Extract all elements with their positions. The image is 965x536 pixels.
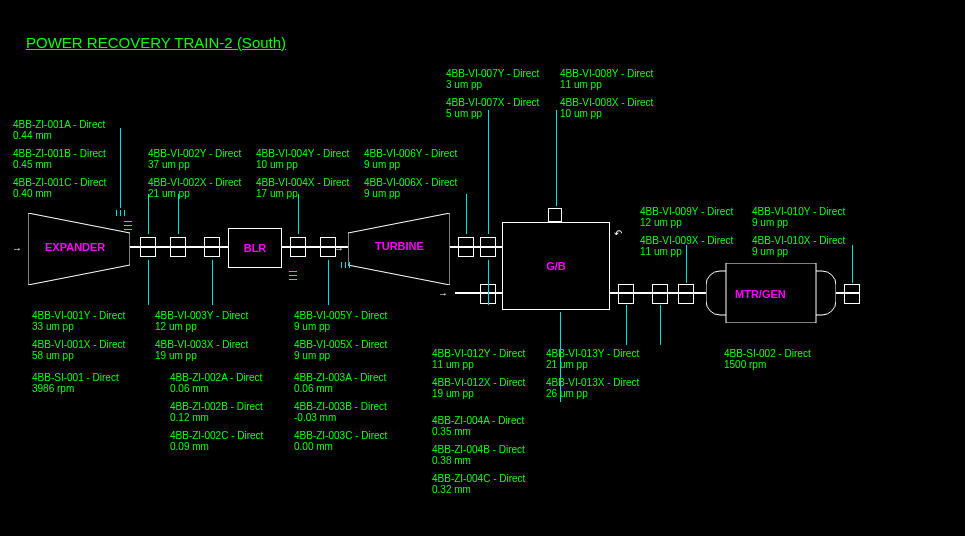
turbine-label: TURBINE: [375, 240, 424, 252]
arrow-icon: →: [12, 243, 22, 254]
sensor-si001: 4BB-SI-001 - Direct3986 rpm: [32, 372, 119, 394]
sensor-zi001c: 4BB-ZI-001C - Direct0.40 mm: [13, 177, 106, 199]
gearbox-label: G/B: [546, 260, 566, 272]
sensor-vi012y: 4BB-VI-012Y - Direct11 um pp: [432, 348, 525, 370]
gearbox-stub: [548, 208, 562, 222]
sensor-vi007x: 4BB-VI-007X - Direct5 um pp: [446, 97, 539, 119]
sensor-vi013x: 4BB-VI-013X - Direct26 um pp: [546, 377, 639, 399]
gearbox-box: G/B: [502, 222, 610, 310]
sensor-zi002b: 4BB-ZI-002B - Direct0.12 mm: [170, 401, 263, 423]
sensor-zi001a: 4BB-ZI-001A - Direct0.44 mm: [13, 119, 105, 141]
sensor-zi004a: 4BB-ZI-004A - Direct0.35 mm: [432, 415, 524, 437]
sensor-vi010y: 4BB-VI-010Y - Direct9 um pp: [752, 206, 845, 228]
sensor-vi007y: 4BB-VI-007Y - Direct3 um pp: [446, 68, 539, 90]
sensor-vi002y: 4BB-VI-002Y - Direct37 um pp: [148, 148, 241, 170]
sensor-vi008x: 4BB-VI-008X - Direct10 um pp: [560, 97, 653, 119]
blr-box: BLR: [228, 228, 282, 268]
sensor-vi009x: 4BB-VI-009X - Direct11 um pp: [640, 235, 733, 257]
sensor-vi010x: 4BB-VI-010X - Direct9 um pp: [752, 235, 845, 257]
expander-label: EXPANDER: [45, 241, 105, 253]
sensor-vi003y: 4BB-VI-003Y - Direct12 um pp: [155, 310, 248, 332]
sensor-zi003c: 4BB-ZI-003C - Direct0.00 mm: [294, 430, 387, 452]
sensor-vi012x: 4BB-VI-012X - Direct19 um pp: [432, 377, 525, 399]
blr-label: BLR: [244, 242, 267, 254]
sensor-vi009y: 4BB-VI-009Y - Direct12 um pp: [640, 206, 733, 228]
sensor-zi004c: 4BB-ZI-004C - Direct0.32 mm: [432, 473, 525, 495]
sensor-vi005y: 4BB-VI-005Y - Direct9 um pp: [294, 310, 387, 332]
sensor-vi008y: 4BB-VI-008Y - Direct11 um pp: [560, 68, 653, 90]
sensor-zi002a: 4BB-ZI-002A - Direct0.06 mm: [170, 372, 262, 394]
sensor-zi002c: 4BB-ZI-002C - Direct0.09 mm: [170, 430, 263, 452]
sensor-vi004x: 4BB-VI-004X - Direct17 um pp: [256, 177, 349, 199]
sensor-vi013y: 4BB-VI-013Y - Direct21 um pp: [546, 348, 639, 370]
sensor-vi006y: 4BB-VI-006Y - Direct9 um pp: [364, 148, 457, 170]
sensor-vi003x: 4BB-VI-003X - Direct19 um pp: [155, 339, 248, 361]
sensor-vi006x: 4BB-VI-006X - Direct9 um pp: [364, 177, 457, 199]
sensor-vi005x: 4BB-VI-005X - Direct9 um pp: [294, 339, 387, 361]
sensor-zi004b: 4BB-ZI-004B - Direct0.38 mm: [432, 444, 525, 466]
arrow-icon: →: [438, 288, 448, 299]
sensor-zi001b: 4BB-ZI-001B - Direct0.45 mm: [13, 148, 106, 170]
rotation-icon: ↶: [614, 228, 622, 239]
diagram-title: POWER RECOVERY TRAIN-2 (South): [26, 34, 286, 51]
sensor-zi003b: 4BB-ZI-003B - Direct-0.03 mm: [294, 401, 387, 423]
sensor-zi003a: 4BB-ZI-003A - Direct0.06 mm: [294, 372, 386, 394]
sensor-vi001x: 4BB-VI-001X - Direct58 um pp: [32, 339, 125, 361]
sensor-vi002x: 4BB-VI-002X - Direct21 um pp: [148, 177, 241, 199]
sensor-si002: 4BB-SI-002 - Direct1500 rpm: [724, 348, 811, 370]
sensor-vi001y: 4BB-VI-001Y - Direct33 um pp: [32, 310, 125, 332]
mtrgen-label: MTR/GEN: [735, 288, 786, 300]
sensor-vi004y: 4BB-VI-004Y - Direct10 um pp: [256, 148, 349, 170]
